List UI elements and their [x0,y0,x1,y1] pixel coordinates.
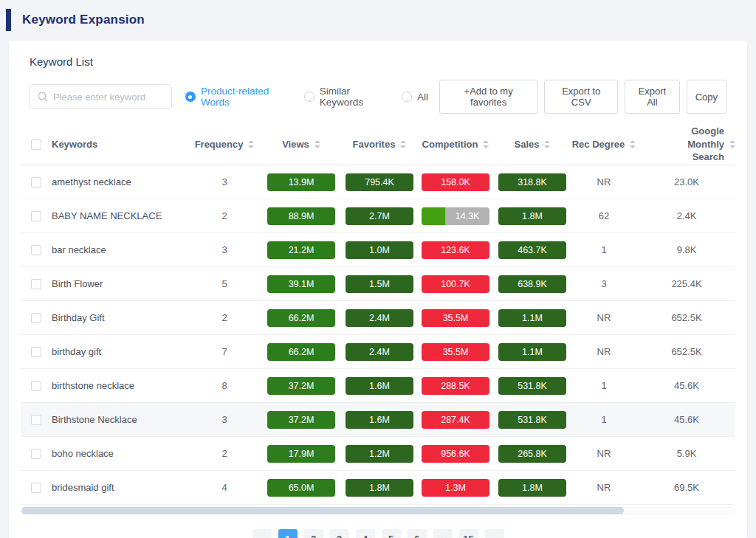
table-row: bridesmaid gift465.0M1.8M1.3M1.8MNR69.5K [21,471,735,505]
competition-progress-badge: 14.3K [422,207,489,225]
column-header-favorites[interactable]: Favorites [343,139,416,150]
frequency-cell: 3 [189,176,260,187]
pagination-page-5[interactable]: 5 [382,529,401,538]
pagination-page-4[interactable]: 4 [356,529,375,538]
metric-badge: 2.7M [346,207,413,225]
search-input[interactable] [53,92,164,103]
row-checkbox[interactable] [31,347,41,357]
metric-badge: 17.9M [267,445,335,463]
column-header-frequency[interactable]: Frequency [189,139,260,150]
add-to-my-favorites-button[interactable]: +Add to my favorites [439,80,537,114]
table-row: birthstone necklace837.2M1.6M288.5K531.8… [21,369,735,403]
page-header: Keyword Expansion [0,0,756,41]
favorites-cell: 1.2M [343,445,416,463]
row-checkbox[interactable] [31,381,41,391]
metric-badge: 1.8M [498,479,566,497]
google-monthly-search-cell: 9.8K [638,244,735,255]
row-checkbox[interactable] [31,279,41,289]
column-header-competition[interactable]: Competition [416,139,495,150]
keyword-table: KeywordsFrequencyViewsFavoritesCompetiti… [21,124,735,514]
radio-icon [402,92,412,102]
metric-badge: 37.2M [267,411,335,429]
frequency-cell: 2 [189,210,260,221]
favorites-cell: 1.0M [343,241,416,259]
copy-button[interactable]: Copy [687,80,726,114]
row-checkbox[interactable] [31,449,41,459]
row-checkbox-cell [21,347,52,357]
keyword-cell: bar necklace [52,244,189,255]
keyword-search-box[interactable] [30,84,172,109]
pagination-page-3[interactable]: 3 [330,529,349,538]
views-cell: 88.9M [260,207,343,225]
row-checkbox[interactable] [31,211,41,221]
views-cell: 65.0M [260,479,343,497]
table-row: bar necklace321.2M1.0M123.6K463.7K19.8K [21,233,735,267]
row-checkbox[interactable] [31,177,41,187]
row-checkbox[interactable] [31,313,41,323]
metric-badge: 265.8K [498,445,566,463]
radio-product-related-words[interactable]: Product-related Words [185,86,293,108]
progress-fill [422,207,445,225]
caret-up-icon [315,140,320,143]
select-all-checkbox[interactable] [31,139,41,150]
views-cell: 39.1M [260,275,343,293]
sales-cell: 1.8M [495,207,570,225]
horizontal-scrollbar[interactable] [21,507,735,514]
sort-icon[interactable] [544,140,550,148]
rec-degree-cell: NR [570,346,638,357]
metric-badge: 1.3M [422,479,489,497]
metric-badge: 100.7K [422,275,489,293]
column-header-google-monthly-search[interactable]: Google Monthly Search [638,125,735,164]
row-checkbox-cell [21,415,52,425]
competition-cell: 1.3M [416,479,495,497]
sort-icon[interactable] [729,140,735,148]
caret-down-icon [400,145,406,148]
radio-label: All [417,92,428,103]
pagination-next[interactable]: › [485,529,504,538]
favorites-cell: 2.4M [343,343,416,361]
rec-degree-cell: NR [570,312,638,323]
pagination-page-2[interactable]: 2 [304,529,323,538]
metric-badge: 13.9M [267,173,335,191]
sort-icon[interactable] [400,140,406,148]
table-body: amethyst necklace313.9M795.4K158.0K318.8… [21,165,735,505]
competition-value: 14.3K [445,211,489,221]
pagination-page-1[interactable]: 1 [278,529,298,538]
sales-cell: 318.8K [495,173,570,191]
export-all-button[interactable]: Export All [625,80,680,114]
radio-similar-keywords[interactable]: Similar Keywords [304,86,391,108]
radio-all[interactable]: All [402,92,428,103]
keyword-cell: bridesmaid gift [52,482,189,493]
sort-icon[interactable] [315,140,320,148]
sales-cell: 1.1M [495,343,570,361]
keyword-cell: Birthstone Necklace [52,414,189,425]
export-to-csv-button[interactable]: Export to CSV [544,80,618,114]
keyword-cell: Birthday Gift [52,312,189,323]
competition-cell: 100.7K [416,275,495,293]
column-header-label: Views [282,139,309,150]
pagination-prev[interactable]: ‹ [252,529,272,538]
pagination-page-6[interactable]: 6 [408,529,427,538]
sort-icon[interactable] [248,140,254,148]
metric-badge: 956.6K [422,445,489,463]
metric-badge: 1.2M [346,445,413,463]
metric-badge: 1.6M [346,377,413,395]
metric-badge: 39.1M [267,275,335,293]
row-checkbox[interactable] [31,245,41,255]
pagination-ellipsis[interactable]: ••• [433,529,453,538]
column-header-rec-degree[interactable]: Rec Degree [570,139,638,150]
radio-icon [304,92,315,102]
sort-icon[interactable] [483,140,489,148]
sales-cell: 1.8M [495,479,570,497]
keyword-cell: amethyst necklace [52,176,189,187]
scrollbar-thumb[interactable] [21,507,624,514]
caret-down-icon [630,145,636,148]
row-checkbox[interactable] [31,483,41,493]
sort-icon[interactable] [630,140,636,148]
rec-degree-cell: 1 [570,244,638,255]
pagination-page-15[interactable]: 15 [459,529,478,538]
column-header-sales[interactable]: Sales [495,139,570,150]
google-monthly-search-cell: 23.0K [638,176,735,187]
column-header-views[interactable]: Views [260,139,343,150]
row-checkbox[interactable] [31,415,41,425]
